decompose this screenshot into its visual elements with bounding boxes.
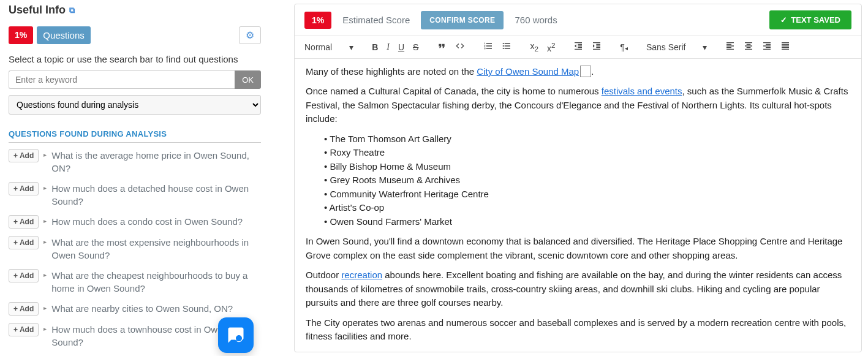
align-right-button[interactable] [762,41,772,53]
estimated-score-label: Estimated Score [342,15,410,25]
indent-increase-button[interactable] [592,41,602,53]
topic-select[interactable]: Questions [37,26,91,44]
add-button[interactable]: + Add [9,215,39,229]
check-icon: ✓ [780,15,787,25]
list-item: Owen Sound Farmers' Market [324,215,850,229]
align-justify-button[interactable] [780,41,790,53]
bold-button[interactable]: B [372,42,378,52]
chevron-right-icon[interactable]: ▸ [43,238,47,245]
score-badge: 1% [9,26,33,44]
map-link[interactable]: City of Owen Sound Map [477,66,579,77]
text-direction-button[interactable]: ¶◂ [620,42,628,52]
external-link-icon[interactable]: ⧉ [69,6,75,15]
list-item: + Add ▸ What are the most expensive neig… [9,236,261,262]
search-row: OK [9,70,261,89]
question-text: How much does a condo cost in Owen Sound… [51,215,243,228]
question-text: What are nearby cities to Owen Sound, ON… [51,302,233,315]
list-item: Roxy Theatre [324,146,850,160]
list-item: The Tom Thomson Art Gallery [324,132,850,146]
chevron-right-icon[interactable]: ▸ [43,305,47,311]
add-button[interactable]: + Add [9,323,39,336]
text-saved-button[interactable]: ✓ TEXT SAVED [769,10,851,29]
question-text: What is the average home price in Owen S… [51,149,261,175]
add-button[interactable]: + Add [9,182,39,195]
settings-button[interactable]: ⚙ [239,26,261,44]
paragraph: Outdoor recreation abounds here. Excelle… [306,268,850,310]
paragraph: Once named a Cultural Capital of Canada,… [306,85,850,126]
chevron-right-icon[interactable]: ▸ [43,218,47,224]
ok-button[interactable]: OK [235,70,261,89]
page-title: Useful Info ⧉ [9,4,261,17]
chevron-right-icon[interactable]: ▸ [43,271,47,278]
unordered-list-button[interactable] [502,41,511,53]
question-text: What are the most expensive neighbourhoo… [51,236,261,262]
chevron-down-icon: ▾ [349,42,353,52]
align-center-button[interactable] [744,41,753,53]
add-button[interactable]: + Add [9,302,39,316]
paragraph: In Owen Sound, you'll find a downtown ec… [306,235,850,262]
paragraph: The City operates two arenas and numerou… [306,316,850,344]
instruction-text: Select a topic or use the search bar to … [9,54,261,64]
indent-decrease-button[interactable] [573,41,583,53]
list-item: + Add ▸ How much does a condo cost in Ow… [9,215,261,229]
subscript-button[interactable]: x2 [530,41,538,53]
code-button[interactable] [455,41,465,53]
list-item: Billy Bishop Home & Museum [324,160,850,174]
editor-toolbar-primary: 1% Estimated Score CONFIRM SCORE 760 wor… [295,4,861,36]
bullet-list: The Tom Thomson Art Gallery Roxy Theatre… [324,132,850,229]
topic-controls: 1% Questions ⚙ [9,26,261,44]
section-title: QUESTIONS FOUND DURING ANALYSIS [9,129,261,143]
confirm-score-button[interactable]: CONFIRM SCORE [421,11,504,29]
editor-toolbar-formatting: Normal▾ B I U S x2 x2 [295,36,861,59]
list-item: Artist's Co-op [324,201,850,215]
ordered-list-button[interactable] [483,41,493,53]
underline-button[interactable]: U [398,42,404,52]
chevron-right-icon[interactable]: ▸ [43,325,47,332]
page-title-text: Useful Info [9,4,66,17]
question-text: What are the cheapest neighbourhoods to … [51,269,261,295]
list-item: + Add ▸ How much does a detached house c… [9,182,261,208]
editor-score-badge: 1% [304,12,331,29]
festivals-link[interactable]: festivals and events [602,86,682,96]
recreation-link[interactable]: recreation [341,270,382,280]
chevron-right-icon[interactable]: ▸ [43,151,47,158]
add-button[interactable]: + Add [9,269,39,282]
word-count: 760 words [515,15,557,25]
chat-icon [227,326,245,344]
list-item: Grey Roots Museum & Archives [324,173,850,187]
list-item: Community Waterfront Heritage Centre [324,187,850,202]
list-item: + Add ▸ What is the average home price i… [9,149,261,175]
blockquote-button[interactable] [437,41,447,53]
chevron-right-icon[interactable]: ▸ [43,184,47,191]
list-item: + Add ▸ What are nearby cities to Owen S… [9,302,261,316]
sidebar: Useful Info ⧉ 1% Questions ⚙ Select a to… [0,0,270,356]
font-select[interactable]: Sans Serif▾ [646,42,708,52]
chevron-down-icon: ▾ [703,42,707,52]
chat-widget-button[interactable] [218,317,254,353]
add-button[interactable]: + Add [9,149,39,162]
paragraph: There's lots going on in Owen Sound — pa… [306,350,850,352]
italic-button[interactable]: I [387,42,390,52]
editor-panel: 1% Estimated Score CONFIRM SCORE 760 wor… [294,4,862,352]
editor-content[interactable]: Many of these highlights are noted on th… [295,59,861,352]
paragraph: Many of these highlights are noted on th… [306,65,850,79]
add-button[interactable]: + Add [9,236,39,249]
question-text: How much does a detached house cost in O… [51,182,261,208]
superscript-button[interactable]: x2 [547,41,555,53]
search-input[interactable] [9,70,235,89]
strikethrough-button[interactable]: S [413,42,418,52]
gear-icon: ⚙ [246,30,254,40]
align-left-button[interactable] [725,41,735,53]
format-select[interactable]: Normal▾ [304,42,353,52]
list-item: + Add ▸ What are the cheapest neighbourh… [9,269,261,295]
questions-filter-select[interactable]: Questions found during analysis [9,95,261,115]
